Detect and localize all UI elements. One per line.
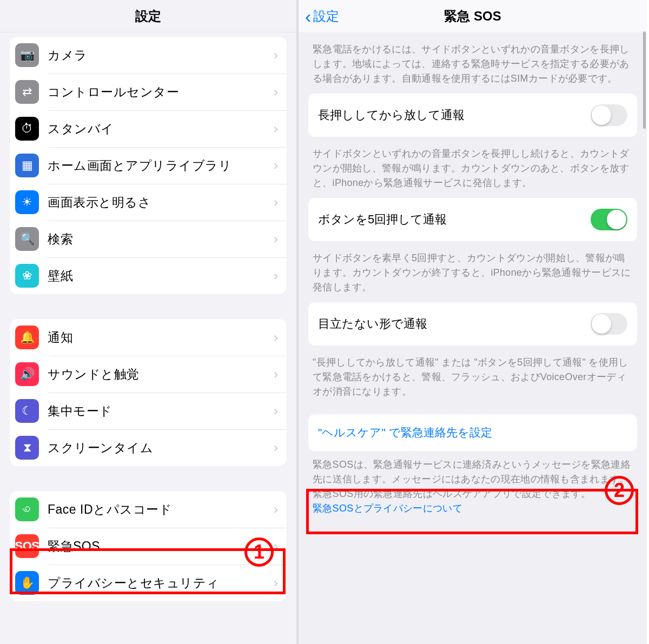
- hold-release-label: 長押ししてから放して通報: [318, 107, 591, 123]
- hold-release-explain: サイドボタンといずれかの音量ボタンを長押しし続けると、カウントダウンが開始し、警…: [313, 147, 633, 190]
- settings-row-label: 画面表示と明るさ: [48, 194, 274, 211]
- intro-explain: 緊急電話をかけるには、サイドボタンといずれかの音量ボタンを長押しします。地域によ…: [313, 42, 633, 86]
- chevron-right-icon: ›: [274, 330, 278, 345]
- settings-row-label: ホーム画面とアプリライブラリ: [48, 157, 274, 174]
- chevron-right-icon: ›: [274, 121, 278, 136]
- back-button[interactable]: ‹ 設定: [305, 0, 339, 32]
- settings-row-screen[interactable]: ⧗スクリーンタイム›: [10, 429, 287, 466]
- settings-row-control[interactable]: ⇄コントロールセンター›: [10, 74, 287, 110]
- chevron-right-icon: ›: [274, 158, 278, 173]
- settings-row-sound[interactable]: 🔊サウンドと触覚›: [10, 356, 287, 393]
- hold-release-cell[interactable]: 長押ししてから放して通報: [308, 94, 637, 137]
- settings-row-label: 検索: [48, 231, 274, 248]
- health-contacts-label: "ヘルスケア" で緊急連絡先を設定: [318, 425, 627, 440]
- quiet-call-explain: "長押ししてから放して通報" または "ボタンを5回押して通報" を使用して緊急…: [313, 355, 633, 399]
- settings-row-camera[interactable]: 📷カメラ›: [10, 37, 287, 74]
- settings-row-label: サウンドと触覚: [48, 366, 274, 383]
- settings-row-label: スクリーンタイム: [48, 440, 274, 456]
- settings-row-label: コントロールセンター: [48, 84, 274, 101]
- chevron-right-icon: ›: [274, 231, 278, 247]
- settings-group: 📷カメラ›⇄コントロールセンター›⏱スタンバイ›▦ホーム画面とアプリライブラリ›…: [10, 37, 287, 294]
- privacy-link[interactable]: 緊急SOSとプライバシーについて: [313, 503, 462, 514]
- wallpaper-icon: ❀: [15, 264, 39, 288]
- settings-row-label: プライバシーとセキュリティ: [48, 575, 274, 592]
- sos-icon: SOS: [15, 534, 39, 558]
- chevron-right-icon: ›: [274, 268, 278, 283]
- control-center-icon: ⇄: [15, 80, 39, 104]
- home-screen-icon: ▦: [15, 154, 39, 177]
- back-label: 設定: [313, 8, 339, 25]
- health-contacts-link[interactable]: "ヘルスケア" で緊急連絡先を設定: [308, 414, 637, 451]
- settings-row-display[interactable]: ☀画面表示と明るさ›: [10, 184, 287, 221]
- quiet-call-label: 目立たない形で通報: [318, 316, 591, 332]
- sound-icon: 🔊: [15, 362, 39, 386]
- settings-row-standby[interactable]: ⏱スタンバイ›: [10, 110, 287, 147]
- settings-header: 設定: [0, 0, 296, 32]
- press-5x-explain: サイドボタンを素早く5回押すと、カウントダウンが開始し、警報が鳴ります。カウント…: [313, 251, 633, 295]
- settings-row-label: 壁紙: [48, 268, 274, 284]
- settings-row-label: 通知: [48, 329, 274, 346]
- chevron-right-icon: ›: [274, 367, 278, 382]
- notifications-icon: 🔔: [15, 326, 39, 349]
- chevron-left-icon: ‹: [305, 7, 311, 25]
- settings-row-label: 緊急SOS: [48, 538, 274, 555]
- final-explain: 緊急SOSは、緊急通報サービスに連絡済みというメッセージを緊急連絡先に送信します…: [313, 457, 633, 516]
- settings-row-privacy[interactable]: ✋プライバシーとセキュリティ›: [10, 565, 287, 601]
- settings-row-label: 集中モード: [48, 403, 274, 420]
- chevron-right-icon: ›: [274, 502, 278, 517]
- press-5x-cell[interactable]: ボタンを5回押して通報: [308, 198, 637, 241]
- camera-icon: 📷: [15, 43, 39, 67]
- settings-row-label: Face IDとパスコード: [48, 501, 274, 518]
- settings-row-focus[interactable]: ☾集中モード›: [10, 393, 287, 429]
- chevron-right-icon: ›: [274, 403, 278, 419]
- standby-icon: ⏱: [15, 117, 39, 141]
- settings-row-faceid[interactable]: ꩜Face IDとパスコード›: [10, 491, 287, 528]
- settings-title: 設定: [135, 8, 161, 25]
- quiet-call-cell[interactable]: 目立たない形で通報: [308, 302, 637, 346]
- settings-row-label: スタンバイ: [48, 121, 274, 137]
- scroll-indicator: [643, 31, 646, 129]
- chevron-right-icon: ›: [274, 575, 278, 590]
- quiet-call-toggle[interactable]: [591, 313, 627, 335]
- press-5x-label: ボタンを5回押して通報: [318, 211, 591, 228]
- search-icon: 🔍: [15, 227, 39, 251]
- settings-group: 🔔通知›🔊サウンドと触覚›☾集中モード›⧗スクリーンタイム›: [10, 319, 287, 466]
- settings-list-pane: 設定 📷カメラ›⇄コントロールセンター›⏱スタンバイ›▦ホーム画面とアプリライブ…: [0, 0, 299, 644]
- settings-row-home[interactable]: ▦ホーム画面とアプリライブラリ›: [10, 147, 287, 184]
- chevron-right-icon: ›: [274, 440, 278, 455]
- chevron-right-icon: ›: [274, 539, 278, 554]
- press-5x-toggle[interactable]: [591, 209, 627, 230]
- chevron-right-icon: ›: [274, 48, 278, 63]
- display-icon: ☀: [15, 190, 39, 214]
- faceid-icon: ꩜: [15, 497, 39, 521]
- settings-row-label: カメラ: [48, 47, 274, 64]
- settings-group: ꩜Face IDとパスコード›SOS緊急SOS›✋プライバシーとセキュリティ›: [10, 491, 287, 601]
- emergency-sos-pane: ‹ 設定 緊急 SOS 緊急電話をかけるには、サイドボタンといずれかの音量ボタン…: [299, 0, 647, 644]
- settings-row-sos[interactable]: SOS緊急SOS›: [10, 528, 287, 565]
- hold-release-toggle[interactable]: [591, 104, 627, 126]
- chevron-right-icon: ›: [274, 195, 278, 210]
- chevron-right-icon: ›: [274, 84, 278, 99]
- detail-title: 緊急 SOS: [299, 8, 647, 25]
- settings-row-notif[interactable]: 🔔通知›: [10, 319, 287, 356]
- settings-row-search[interactable]: 🔍検索›: [10, 221, 287, 257]
- focus-icon: ☾: [15, 399, 39, 423]
- privacy-icon: ✋: [15, 571, 39, 595]
- settings-row-wallpaper[interactable]: ❀壁紙›: [10, 257, 287, 294]
- detail-header: ‹ 設定 緊急 SOS: [299, 0, 647, 32]
- screen-time-icon: ⧗: [15, 436, 39, 460]
